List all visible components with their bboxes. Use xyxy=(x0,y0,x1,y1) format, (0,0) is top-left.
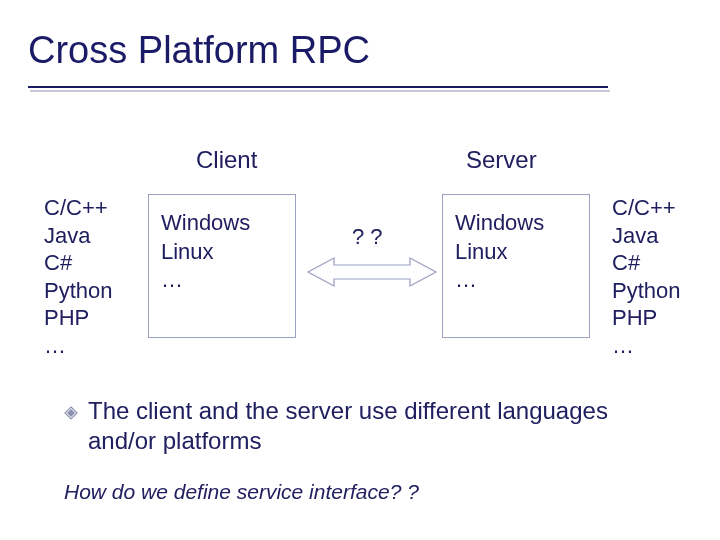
slide: Cross Platform RPC Client Server C/C++ J… xyxy=(0,0,720,540)
bullet-row: The client and the server use different … xyxy=(64,396,664,456)
server-header: Server xyxy=(466,146,537,174)
server-platforms-text: Windows Linux … xyxy=(455,209,579,295)
server-languages-list: C/C++ Java C# Python PHP … xyxy=(612,194,681,359)
svg-marker-0 xyxy=(308,258,436,286)
question-label: ? ? xyxy=(352,224,383,250)
diamond-bullet-icon xyxy=(64,406,78,420)
title-underline xyxy=(28,86,608,88)
client-header: Client xyxy=(196,146,257,174)
client-languages-list: C/C++ Java C# Python PHP … xyxy=(44,194,113,359)
title-underline-shadow xyxy=(30,90,610,92)
client-platforms-text: Windows Linux … xyxy=(161,209,285,295)
double-arrow-icon xyxy=(306,252,438,292)
page-title: Cross Platform RPC xyxy=(28,30,370,72)
footer-question: How do we define service interface? ? xyxy=(64,480,419,504)
bullet-text: The client and the server use different … xyxy=(88,396,664,456)
server-platforms-box: Windows Linux … xyxy=(442,194,590,338)
client-platforms-box: Windows Linux … xyxy=(148,194,296,338)
